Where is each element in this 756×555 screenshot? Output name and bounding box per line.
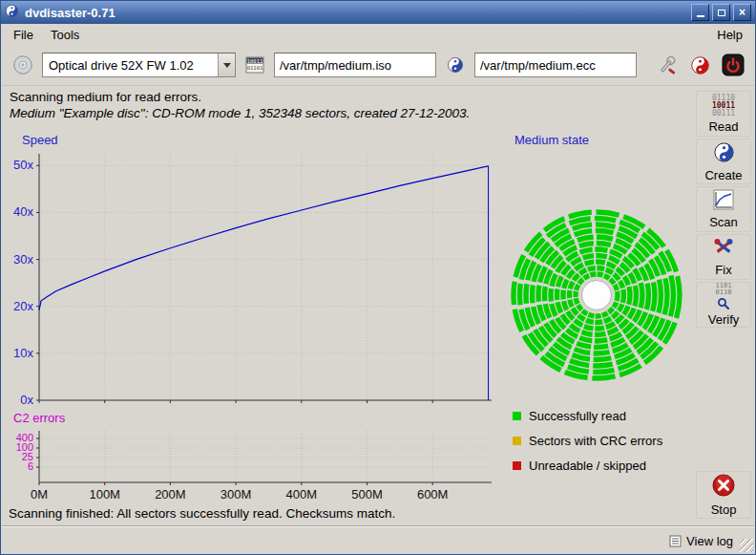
close-button[interactable]: × xyxy=(733,4,751,21)
scan-button-label: Scan xyxy=(709,215,738,229)
svg-text:500M: 500M xyxy=(351,487,383,502)
scan-chart-icon xyxy=(713,189,734,213)
drive-select-value: Optical drive 52X FW 1.02 xyxy=(43,53,218,76)
ecc-path-value: /var/tmp/medium.ecc xyxy=(480,58,596,73)
svg-text:100M: 100M xyxy=(89,487,120,502)
svg-text:600M: 600M xyxy=(417,487,449,502)
toolbar: Optical drive 52X FW 1.02 10011 01101 /v… xyxy=(2,45,754,86)
legend-swatch xyxy=(513,412,521,420)
drive-disc-icon xyxy=(10,53,35,77)
svg-text:300M: 300M xyxy=(220,487,252,502)
titlebar: dvdisaster-0.71 × xyxy=(1,1,755,24)
menu-tools[interactable]: Tools xyxy=(42,26,88,44)
speed-chart-svg: 0M100M200M300M400M500M600M0x10x20x30x40x… xyxy=(5,144,495,507)
log-icon xyxy=(669,535,682,547)
svg-text:50x: 50x xyxy=(13,158,33,172)
svg-text:01101: 01101 xyxy=(247,65,263,71)
svg-text:10x: 10x xyxy=(13,346,33,360)
view-log-label: View log xyxy=(686,534,733,548)
legend-swatch xyxy=(513,437,521,445)
legend-item: Unreadable / skipped xyxy=(513,459,662,473)
image-file-icon: 10011 01101 xyxy=(242,53,267,77)
legend-label: Successfully read xyxy=(529,409,626,423)
drive-select[interactable]: Optical drive 52X FW 1.02 xyxy=(42,53,236,77)
window-title: dvdisaster-0.71 xyxy=(25,6,685,20)
action-sidebar: 011101001100111 Read Create xyxy=(694,89,755,526)
fix-button-label: Fix xyxy=(715,263,731,277)
legend-label: Sectors with CRC errors xyxy=(529,434,662,448)
legend-item: Successfully read xyxy=(513,409,662,423)
svg-text:10011: 10011 xyxy=(247,58,263,64)
statusbar: View log xyxy=(2,527,754,554)
preferences-wrench-icon[interactable] xyxy=(654,53,679,77)
medium-state-title: Medium state xyxy=(514,133,589,147)
stop-button-label: Stop xyxy=(711,502,737,517)
create-button[interactable]: Create xyxy=(696,139,751,184)
verify-button[interactable]: 11010110 Verify xyxy=(696,282,751,328)
read-button-label: Read xyxy=(708,119,738,134)
svg-text:200M: 200M xyxy=(155,487,186,502)
svg-text:40x: 40x xyxy=(13,204,33,219)
iso-path-input[interactable]: /var/tmp/medium.iso xyxy=(274,53,436,77)
medium-state-legend: Successfully readSectors with CRC errors… xyxy=(513,409,662,473)
ecc-file-icon xyxy=(443,53,468,77)
status-line-2: Medium "Example disc": CD-ROM mode 1, 35… xyxy=(10,106,470,120)
create-yinyang-icon xyxy=(713,141,735,166)
svg-text:400: 400 xyxy=(16,432,33,443)
create-button-label: Create xyxy=(704,168,742,182)
verify-button-label: Verify xyxy=(708,312,740,327)
fix-tools-icon xyxy=(712,237,735,261)
legend-label: Unreadable / skipped xyxy=(529,459,646,473)
quit-power-icon[interactable] xyxy=(721,53,746,77)
iso-path-value: /var/tmp/medium.iso xyxy=(280,58,391,73)
legend-swatch xyxy=(513,461,521,470)
menu-help[interactable]: Help xyxy=(708,26,751,44)
legend-item: Sectors with CRC errors xyxy=(513,434,662,448)
svg-text:30x: 30x xyxy=(13,252,33,267)
stop-button[interactable]: Stop xyxy=(696,471,751,519)
app-logo-icon xyxy=(5,4,19,21)
minimize-button[interactable] xyxy=(691,4,709,21)
stop-icon xyxy=(711,473,736,501)
svg-text:0x: 0x xyxy=(20,393,33,407)
medium-state-disc-svg xyxy=(509,207,684,383)
read-button[interactable]: 011101001100111 Read xyxy=(696,91,751,137)
status-line-1: Scanning medium for read errors. xyxy=(10,90,201,104)
app-window: dvdisaster-0.71 × File Tools Help Optica… xyxy=(0,0,756,555)
svg-text:0M: 0M xyxy=(31,487,48,502)
fix-button[interactable]: Fix xyxy=(696,234,751,280)
verify-binary-icon: 11010110 xyxy=(716,283,732,310)
svg-text:20x: 20x xyxy=(13,299,33,313)
resize-grip[interactable] xyxy=(740,539,753,552)
read-binary-icon: 011101001100111 xyxy=(712,95,735,117)
chevron-down-icon xyxy=(223,63,231,72)
ecc-path-input[interactable]: /var/tmp/medium.ecc xyxy=(474,53,637,77)
speed-and-c2-charts: 0M100M200M300M400M500M600M0x10x20x30x40x… xyxy=(5,144,495,507)
maximize-button[interactable] xyxy=(712,4,730,21)
scan-button[interactable]: Scan xyxy=(696,186,751,232)
help-logo-icon[interactable] xyxy=(687,53,712,77)
scan-result-text: Scanning finished: All sectors successfu… xyxy=(9,506,395,521)
view-log-button[interactable]: View log xyxy=(669,534,733,548)
medium-state-disc xyxy=(509,207,684,383)
menubar: File Tools Help xyxy=(2,25,754,45)
menu-file[interactable]: File xyxy=(5,26,42,44)
svg-text:400M: 400M xyxy=(286,487,318,502)
drive-select-dropdown-button[interactable] xyxy=(218,53,235,76)
